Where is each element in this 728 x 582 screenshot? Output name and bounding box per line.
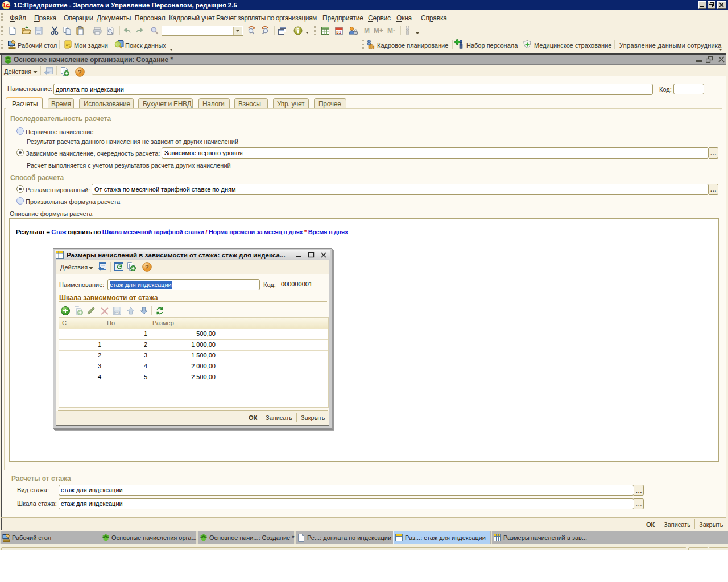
svg-text:ГОК: ГОК: [115, 312, 121, 315]
svg-text:?: ?: [145, 264, 149, 271]
svg-text:?: ?: [78, 69, 82, 76]
